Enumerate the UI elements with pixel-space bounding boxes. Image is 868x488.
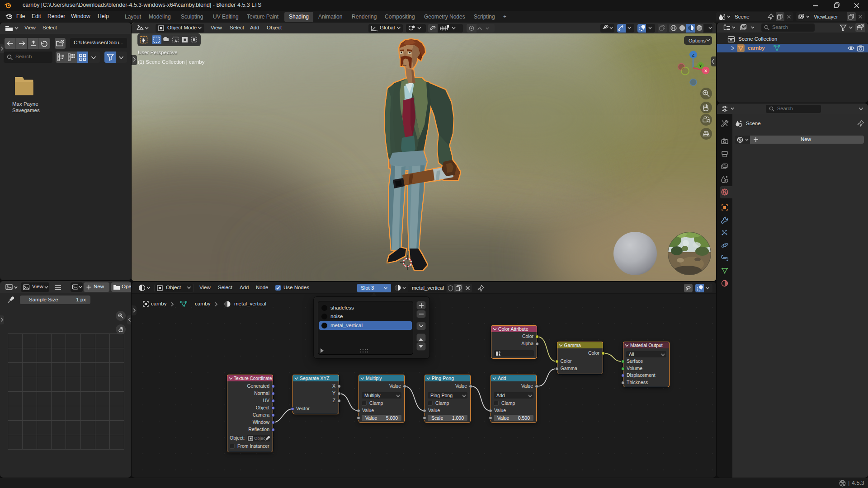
svg-text:User Perspective: User Perspective — [138, 50, 178, 55]
svg-text:X: X — [704, 68, 708, 73]
svg-text:Z: Z — [692, 52, 695, 57]
svg-text:Y: Y — [699, 63, 702, 68]
svg-text:(1) Scene Collection | carnby: (1) Scene Collection | carnby — [138, 59, 205, 65]
svg-text:Options: Options — [689, 38, 706, 43]
